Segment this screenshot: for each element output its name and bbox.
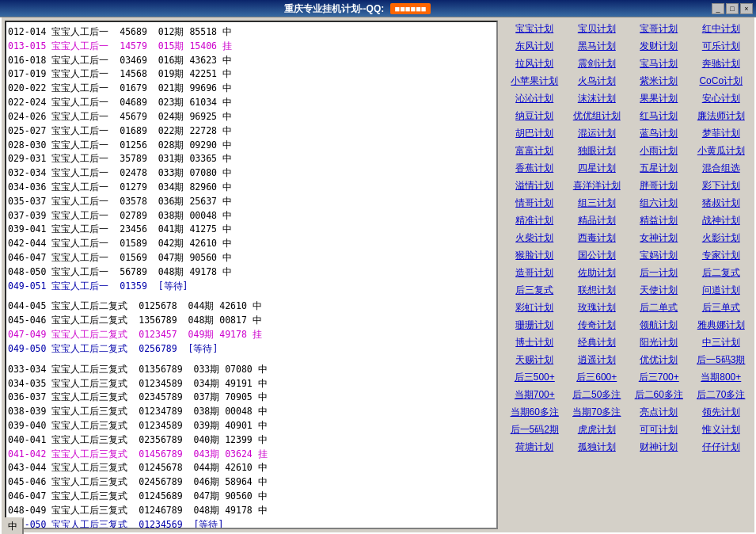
content-list[interactable]: 012-014 宝宝人工后一 45689 012期 85518 中013-015… [6, 22, 496, 528]
link-item[interactable]: 女神计划 [629, 230, 690, 246]
link-item[interactable]: 惟义计划 [691, 421, 752, 438]
link-item[interactable]: 博士计划 [504, 334, 565, 351]
link-item[interactable]: 发财计划 [629, 38, 690, 55]
link-item[interactable]: 天赐计划 [504, 352, 565, 368]
link-item[interactable]: 宝妈计划 [629, 247, 690, 264]
link-item[interactable]: 小雨计划 [629, 143, 690, 159]
link-item[interactable]: 五星计划 [629, 160, 690, 177]
link-item[interactable]: 四星计划 [567, 160, 628, 177]
close-button[interactable]: × [740, 3, 753, 14]
link-item[interactable]: 东风计划 [504, 38, 565, 55]
link-item[interactable]: 紫米计划 [629, 73, 690, 90]
link-item[interactable]: 混运计划 [567, 125, 628, 142]
link-item[interactable]: 仔仔计划 [691, 439, 752, 456]
link-item[interactable]: 红中计划 [691, 21, 752, 37]
link-item[interactable]: 红马计划 [629, 108, 690, 124]
link-item[interactable]: 组三计划 [567, 195, 628, 212]
link-item[interactable]: 精益计划 [629, 212, 690, 229]
link-item[interactable]: 亮点计划 [629, 404, 690, 421]
link-item[interactable]: 专家计划 [691, 247, 752, 264]
link-item[interactable]: 领先计划 [691, 404, 752, 421]
link-item[interactable]: 玫瑰计划 [567, 299, 628, 316]
link-item[interactable]: 可乐计划 [691, 38, 752, 55]
link-item[interactable]: 宝马计划 [629, 55, 690, 72]
link-item[interactable]: 蓝鸟计划 [629, 125, 690, 142]
link-item[interactable]: 果果计划 [629, 90, 690, 107]
link-item[interactable]: 逍遥计划 [567, 352, 628, 368]
link-item[interactable]: 虎虎计划 [567, 421, 628, 438]
link-item[interactable]: 当期700+ [504, 387, 565, 403]
link-item[interactable]: 宝哥计划 [629, 21, 690, 37]
link-item[interactable]: 珊珊计划 [504, 317, 565, 334]
link-item[interactable]: 独眼计划 [567, 143, 628, 159]
link-item[interactable]: 黑马计划 [567, 38, 628, 55]
link-item[interactable]: 传奇计划 [567, 317, 628, 334]
link-item[interactable]: 胖哥计划 [629, 177, 690, 194]
link-item[interactable]: 组六计划 [629, 195, 690, 212]
link-item[interactable]: 后三600+ [567, 369, 628, 386]
link-item[interactable]: 廉法师计划 [691, 108, 752, 124]
link-item[interactable]: 联想计划 [567, 282, 628, 299]
maximize-button[interactable]: □ [726, 3, 739, 14]
link-item[interactable]: CoCo计划 [691, 73, 752, 90]
link-item[interactable]: 情哥计划 [504, 195, 565, 212]
link-item[interactable]: 战神计划 [691, 212, 752, 229]
link-item[interactable]: 可可计划 [629, 421, 690, 438]
link-item[interactable]: 国公计划 [567, 247, 628, 264]
link-item[interactable]: 后一计划 [629, 265, 690, 281]
link-item[interactable]: 天使计划 [629, 282, 690, 299]
link-item[interactable]: 沁沁计划 [504, 90, 565, 107]
link-item[interactable]: 佐助计划 [567, 265, 628, 281]
link-item[interactable]: 富富计划 [504, 143, 565, 159]
link-item[interactable]: 后一5码3期 [691, 352, 752, 368]
minimize-button[interactable]: _ [712, 3, 724, 14]
link-item[interactable]: 后一5码2期 [504, 421, 565, 438]
link-item[interactable]: 胡巴计划 [504, 125, 565, 142]
link-item[interactable]: 后三500+ [504, 369, 565, 386]
link-item[interactable]: 精品计划 [567, 212, 628, 229]
link-item[interactable]: 后三单式 [691, 299, 752, 316]
link-item[interactable]: 阳光计划 [629, 334, 690, 351]
link-item[interactable]: 后二60多注 [629, 387, 690, 403]
link-item[interactable]: 当期70多注 [567, 404, 628, 421]
link-item[interactable]: 火柴计划 [504, 230, 565, 246]
link-item[interactable]: 混合组选 [691, 160, 752, 177]
link-item[interactable]: 彩下计划 [691, 177, 752, 194]
link-item[interactable]: 后二复式 [691, 265, 752, 281]
link-item[interactable]: 当期60多注 [504, 404, 565, 421]
link-item[interactable]: 彩虹计划 [504, 299, 565, 316]
link-item[interactable]: 宝宝计划 [504, 21, 565, 37]
link-item[interactable]: 后二单式 [629, 299, 690, 316]
link-item[interactable]: 火影计划 [691, 230, 752, 246]
link-item[interactable]: 小苹果计划 [504, 73, 565, 90]
link-item[interactable]: 孤独计划 [567, 439, 628, 456]
link-item[interactable]: 后二70多注 [691, 387, 752, 403]
link-item[interactable]: 雅典娜计划 [691, 317, 752, 334]
link-item[interactable]: 拉风计划 [504, 55, 565, 72]
link-item[interactable]: 中三计划 [691, 334, 752, 351]
link-item[interactable]: 精准计划 [504, 212, 565, 229]
link-item[interactable]: 震剑计划 [567, 55, 628, 72]
link-item[interactable]: 当期800+ [691, 369, 752, 386]
link-item[interactable]: 梦菲计划 [691, 125, 752, 142]
link-item[interactable]: 溢情计划 [504, 177, 565, 194]
link-item[interactable]: 后二50多注 [567, 387, 628, 403]
link-item[interactable]: 猴脸计划 [504, 247, 565, 264]
link-item[interactable]: 西毒计划 [567, 230, 628, 246]
link-item[interactable]: 宝贝计划 [567, 21, 628, 37]
link-item[interactable]: 优优组计划 [567, 108, 628, 124]
link-item[interactable]: 优优计划 [629, 352, 690, 368]
link-item[interactable]: 小黄瓜计划 [691, 143, 752, 159]
link-item[interactable]: 荷塘计划 [504, 439, 565, 456]
link-item[interactable]: 经典计划 [567, 334, 628, 351]
link-item[interactable]: 火鸟计划 [567, 73, 628, 90]
link-item[interactable]: 喜洋洋计划 [567, 177, 628, 194]
link-item[interactable]: 后三复式 [504, 282, 565, 299]
link-item[interactable]: 安心计划 [691, 90, 752, 107]
link-item[interactable]: 猪叔计划 [691, 195, 752, 212]
status-button[interactable]: 中 [2, 517, 24, 535]
link-item[interactable]: 香蕉计划 [504, 160, 565, 177]
link-item[interactable]: 奔驰计划 [691, 55, 752, 72]
link-item[interactable]: 造哥计划 [504, 265, 565, 281]
link-item[interactable]: 后三700+ [629, 369, 690, 386]
